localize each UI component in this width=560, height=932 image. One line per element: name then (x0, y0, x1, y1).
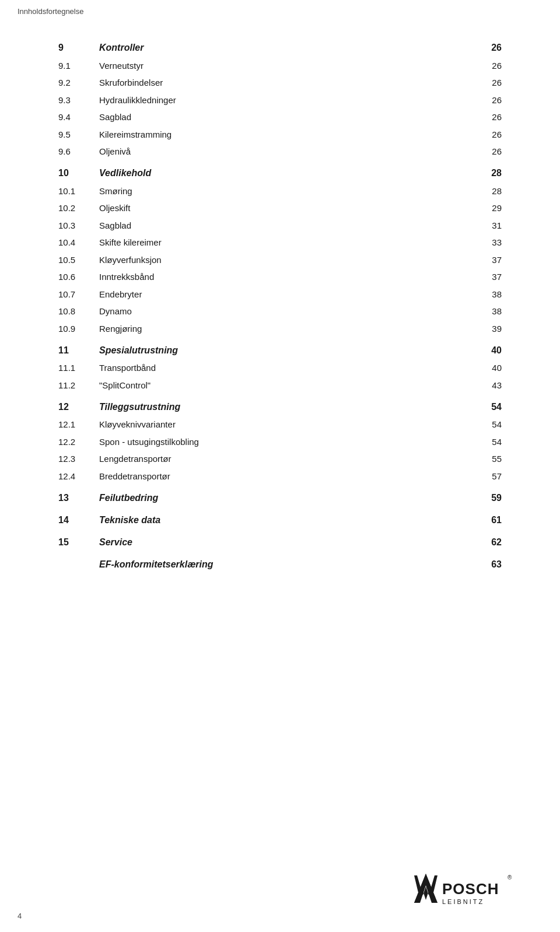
toc-row: 10.5Kløyverfunksjon37 (58, 251, 502, 269)
toc-title: Lengdetransportør (99, 451, 467, 468)
toc-row: 9.5Kilereimstramming26 (58, 126, 502, 143)
toc-row: 12.2Spon - utsugingstilkobling54 (58, 433, 502, 451)
toc-row: 9.1Verneutstyr26 (58, 57, 502, 75)
toc-row: 12.1Kløyveknivvarianter54 (58, 416, 502, 434)
toc-num: 10.1 (58, 183, 99, 200)
toc-title: Kløyveknivvarianter (99, 416, 467, 434)
toc-title: Vedlikehold (99, 160, 467, 183)
toc-page: 55 (467, 451, 502, 468)
toc-row: 10.9Rengjøring39 (58, 320, 502, 338)
toc-page: 37 (467, 269, 502, 286)
toc-page: 57 (467, 468, 502, 485)
toc-row: EF-konformitetserklæring63 (58, 552, 502, 574)
toc-row: 12.3Lengdetransportør55 (58, 451, 502, 468)
toc-num: 14 (58, 507, 99, 530)
toc-row: 9.4Sagblad26 (58, 109, 502, 127)
toc-title: Feilutbedring (99, 485, 467, 507)
toc-num: 12.2 (58, 433, 99, 451)
toc-title: Smøring (99, 183, 467, 200)
toc-page: 26 (467, 109, 502, 127)
toc-title: Spon - utsugingstilkobling (99, 433, 467, 451)
toc-title: Skruforbindelser (99, 75, 467, 92)
toc-row: 9.2Skruforbindelser26 (58, 75, 502, 92)
toc-row: 11.1Transportbånd40 (58, 360, 502, 377)
toc-row: 12Tilleggsutrustning54 (58, 394, 502, 416)
toc-page: 38 (467, 303, 502, 321)
toc-num: 10.3 (58, 217, 99, 234)
logo-area: POSCH ® LEIBNITZ (408, 868, 513, 909)
toc-title: Sagblad (99, 109, 467, 127)
toc-num: 9.3 (58, 92, 99, 109)
toc-title: Endebryter (99, 286, 467, 303)
toc-num: 13 (58, 485, 99, 507)
toc-row: 10.7Endebryter38 (58, 286, 502, 303)
toc-num: 9 (58, 35, 99, 57)
toc-num: 9.6 (58, 143, 99, 161)
toc-page: 33 (467, 234, 502, 252)
toc-title: Oljenivå (99, 143, 467, 161)
toc-page: 26 (467, 92, 502, 109)
posch-logo: POSCH ® LEIBNITZ (408, 868, 513, 909)
toc-num: 9.2 (58, 75, 99, 92)
toc-row: 12.4Breddetransportør57 (58, 468, 502, 485)
svg-text:®: ® (508, 874, 512, 881)
toc-page: 26 (467, 143, 502, 161)
toc-title: Transportbånd (99, 360, 467, 377)
toc-title: Verneutstyr (99, 57, 467, 75)
toc-row: 9Kontroller26 (58, 35, 502, 57)
toc-title: Rengjøring (99, 320, 467, 338)
toc-title: Breddetransportør (99, 468, 467, 485)
toc-num: 10 (58, 160, 99, 183)
toc-row: 9.6Oljenivå26 (58, 143, 502, 161)
toc-row: 10Vedlikehold28 (58, 160, 502, 183)
toc-title: Tilleggsutrustning (99, 394, 467, 416)
page-number: 4 (18, 912, 22, 920)
toc-num: 15 (58, 530, 99, 552)
toc-row: 10.4Skifte kilereimer33 (58, 234, 502, 252)
toc-title: Kløyverfunksjon (99, 251, 467, 269)
toc-num: 10.6 (58, 269, 99, 286)
toc-page: 59 (467, 485, 502, 507)
toc-num: 12 (58, 394, 99, 416)
toc-num: 11.1 (58, 360, 99, 377)
toc-page: 54 (467, 416, 502, 434)
toc-num: 12.1 (58, 416, 99, 434)
toc-title: Inntrekksbånd (99, 269, 467, 286)
toc-page: 43 (467, 377, 502, 394)
toc-page: 28 (467, 160, 502, 183)
toc-num: 9.1 (58, 57, 99, 75)
toc-title: Oljeskift (99, 200, 467, 218)
toc-num: 10.2 (58, 200, 99, 218)
toc-page: 31 (467, 217, 502, 234)
toc-page: 28 (467, 183, 502, 200)
toc-page: 26 (467, 126, 502, 143)
toc-table: 9Kontroller269.1Verneutstyr269.2Skruforb… (58, 35, 502, 574)
toc-num: 10.9 (58, 320, 99, 338)
toc-row: 10.3Sagblad31 (58, 217, 502, 234)
toc-num: 10.8 (58, 303, 99, 321)
toc-title: Kontroller (99, 35, 467, 57)
toc-page: 37 (467, 251, 502, 269)
toc-title: Spesialutrustning (99, 338, 467, 360)
toc-title: Hydraulikkledninger (99, 92, 467, 109)
toc-page: 26 (467, 57, 502, 75)
toc-title: Skifte kilereimer (99, 234, 467, 252)
toc-num: 11 (58, 338, 99, 360)
toc-row: 10.1Smøring28 (58, 183, 502, 200)
toc-num: 10.7 (58, 286, 99, 303)
toc-num: 9.5 (58, 126, 99, 143)
toc-row: 15Service62 (58, 530, 502, 552)
toc-row: 11.2"SplitControl"43 (58, 377, 502, 394)
toc-page: 40 (467, 338, 502, 360)
svg-text:LEIBNITZ: LEIBNITZ (442, 898, 484, 905)
toc-row: 10.6Inntrekksbånd37 (58, 269, 502, 286)
toc-page: 54 (467, 394, 502, 416)
toc-title: EF-konformitetserklæring (99, 552, 467, 574)
toc-page: 29 (467, 200, 502, 218)
toc-title: Sagblad (99, 217, 467, 234)
toc-page: 63 (467, 552, 502, 574)
toc-num: 10.5 (58, 251, 99, 269)
header-label: Innholdsfortegnelse (18, 7, 83, 16)
toc-page: 26 (467, 75, 502, 92)
toc-page: 54 (467, 433, 502, 451)
